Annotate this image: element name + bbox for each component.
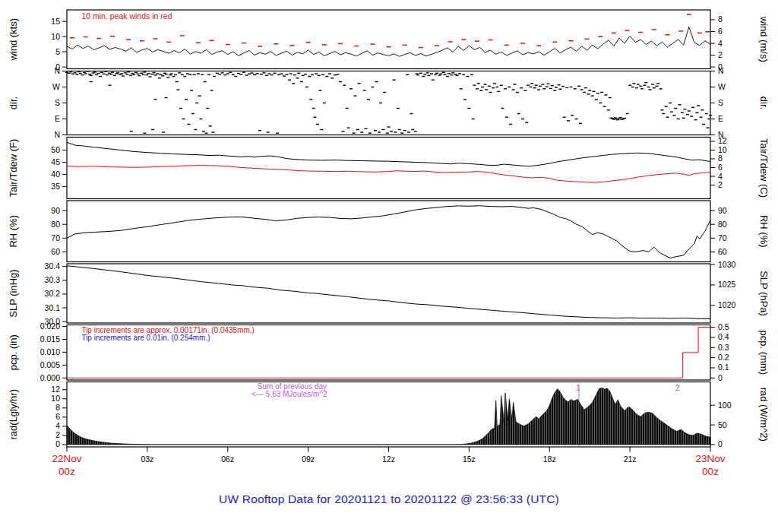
right-axis-title-dir: dir. — [758, 97, 770, 109]
left-tick-label: 70 — [51, 233, 60, 242]
left-tick-label: E — [55, 114, 60, 123]
left-tick-label: 0.020 — [40, 321, 60, 331]
left-tick-label: 10 — [51, 32, 60, 41]
annotation-wind-0: 10 min. peak winds in red — [81, 11, 172, 21]
panel-dir: NWSENNWSENdir.dir. — [8, 66, 770, 139]
right-tick-label: 12 — [718, 136, 727, 145]
uw-rooftop-weather-figure: 05101502468wind (kts)wind (m/s)10 min. p… — [0, 0, 778, 532]
right-tick-label: 6 — [718, 27, 723, 36]
right-axis-title-rad: rad (W/m^2) — [758, 388, 770, 442]
right-tick-label: 0.1 — [718, 363, 729, 372]
right-tick-label: E — [718, 114, 723, 123]
x-axis-hour-label: 21z — [624, 454, 637, 464]
left-axis-title-wind: wind (kts) — [8, 18, 19, 62]
right-tick-label: 100 — [718, 401, 732, 410]
left-tick-label: 2 — [55, 430, 60, 439]
right-tick-label: 60 — [718, 247, 727, 256]
x-axis-hour-label: 12z — [382, 454, 395, 464]
series-solar-radiation-lgly-hr — [67, 388, 710, 445]
left-tick-label: 30.4 — [45, 261, 61, 271]
panel-frame-slp — [67, 264, 710, 323]
right-tick-label: W — [718, 82, 726, 91]
right-tick-label: 8 — [718, 154, 723, 163]
panel-wind: 05101502468wind (kts)wind (m/s)10 min. p… — [8, 10, 770, 71]
left-tick-label: 12 — [51, 385, 60, 394]
left-tick-label: 0 — [55, 439, 60, 448]
series-tdew-f — [67, 166, 710, 182]
panel-slp: 30.030.130.230.330.4102010251030SLP (inH… — [8, 260, 770, 326]
left-tick-label: 10 — [51, 394, 60, 403]
x-axis-date-label: 22Nov — [52, 453, 81, 464]
left-axis-title-slp: SLP (inHg) — [8, 269, 19, 317]
series-wind-direction-deg — [65, 71, 712, 133]
right-tick-label: 70 — [718, 233, 727, 242]
right-tick-label: 80 — [718, 220, 727, 229]
x-axis-hour-label: 06z — [221, 454, 234, 464]
panel-frame-dir — [67, 71, 710, 135]
left-axis-title-rh: RH (%) — [8, 215, 19, 248]
right-tick-label: 8 — [718, 14, 723, 24]
right-tick-label: S — [718, 98, 723, 107]
right-tick-label: 0 — [718, 373, 723, 382]
right-tick-label: 0.5 — [718, 322, 729, 331]
series-rh-percent — [67, 206, 710, 258]
right-axis-title-rh: RH (%) — [758, 215, 770, 248]
right-tick-label: 4 — [718, 39, 723, 48]
panel-frame-rh — [67, 201, 710, 262]
left-tick-label: 5 — [55, 47, 60, 56]
right-tick-label: 1020 — [718, 300, 736, 309]
right-axis-title-wind: wind (m/s) — [758, 16, 770, 62]
x-axis-hour-label: 03z — [141, 454, 153, 464]
left-axis-title-dir: dir. — [8, 97, 19, 109]
figure-caption: UW Rooftop Data for 20201121 to 20201122… — [0, 492, 778, 506]
left-tick-label: 30.2 — [45, 289, 61, 298]
series-slp-inhg — [67, 266, 710, 319]
right-tick-label: 0.4 — [718, 332, 729, 341]
x-axis-date-label: 00z — [702, 466, 719, 477]
series-wind-average-kts — [67, 27, 710, 56]
right-axis-title-slp: SLP (hPa) — [758, 271, 770, 316]
right-tick-label: 0.3 — [718, 343, 729, 352]
left-tick-label: 4 — [55, 421, 60, 430]
annotation-rad-1: <--- 5.63 MJoules/m^2 — [251, 390, 327, 398]
left-tick-label: 90 — [51, 206, 60, 215]
left-axis-title-rad: rad(Lgly/hr) — [8, 389, 19, 439]
x-axis-group: 22Nov00z03z06z09z12z15z18z21z23Nov00z — [52, 447, 725, 477]
left-tick-label: 15 — [51, 17, 60, 26]
left-tick-label: 40 — [51, 169, 60, 179]
left-tick-label: 0.010 — [40, 347, 60, 356]
left-tick-label: N — [54, 66, 60, 75]
left-tick-label: 8 — [55, 403, 60, 412]
right-tick-label: 2 — [718, 180, 723, 189]
right-tick-label: N — [718, 66, 724, 75]
series-tair-f — [67, 142, 710, 166]
panels-group: 05101502468wind (kts)wind (m/s)10 min. p… — [8, 10, 770, 448]
right-tick-label: 2 — [718, 50, 723, 59]
left-tick-label: 60 — [51, 247, 60, 256]
left-tick-label: 0.005 — [40, 360, 60, 369]
panel-frame-temp — [67, 138, 710, 199]
right-tick-label: 90 — [718, 206, 727, 215]
x-axis-date-label: 23Nov — [695, 453, 725, 464]
right-tick-label: 0 — [718, 439, 723, 448]
panel-temp: 3540455024681012Tair/Tdew (F)Tair/Tdew (… — [8, 136, 770, 198]
right-axis-title-temp: Tair/Tdew (C) — [758, 138, 770, 198]
left-tick-label: 0.015 — [40, 334, 60, 344]
left-tick-label: 50 — [51, 145, 60, 154]
annotation-rad-3: 2 — [675, 383, 680, 392]
right-tick-label: 50 — [718, 420, 727, 429]
right-tick-label: 6 — [718, 163, 723, 172]
chart-canvas: 05101502468wind (kts)wind (m/s)10 min. p… — [0, 0, 778, 532]
left-tick-label: 30.3 — [45, 275, 61, 284]
annotation-pcp-1: Tip increments are 0.01in. (0.254mm.) — [81, 334, 210, 342]
left-tick-label: W — [52, 82, 60, 91]
panel-rh: 6070809060708090RH (%)RH (%) — [8, 201, 770, 262]
panel-rad: 024681012050100rad(Lgly/hr)rad (W/m^2)Su… — [8, 382, 770, 449]
right-tick-label: 1025 — [718, 280, 736, 289]
x-axis-hour-label: 15z — [463, 454, 476, 464]
left-tick-label: N — [54, 130, 60, 139]
panel-pcp: 0.0000.0050.0100.0150.02000.10.20.30.40.… — [8, 321, 770, 382]
left-tick-label: 0.000 — [40, 373, 60, 382]
annotation-rad-2: 1 — [576, 383, 580, 392]
left-tick-label: 35 — [51, 182, 60, 191]
